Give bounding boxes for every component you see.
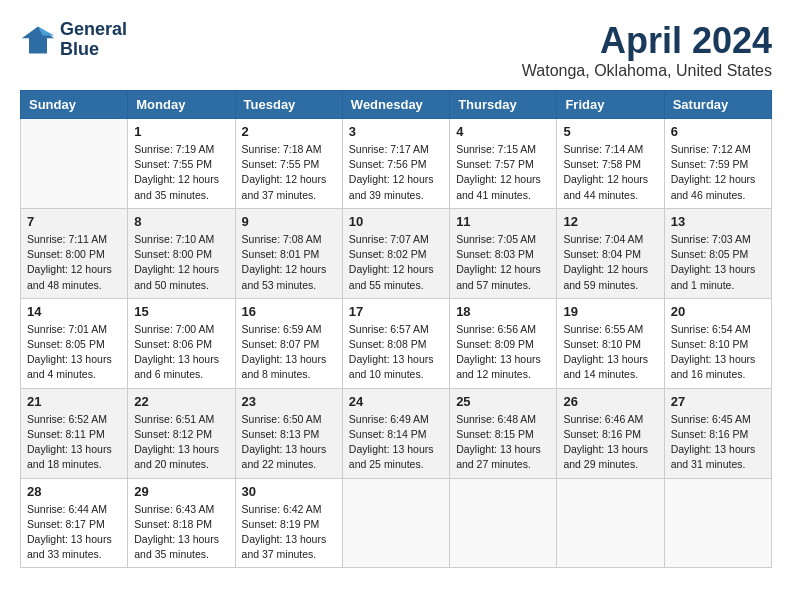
calendar-day-cell: 27Sunrise: 6:45 AM Sunset: 8:16 PM Dayli… — [664, 388, 771, 478]
day-number: 30 — [242, 484, 336, 499]
day-info: Sunrise: 7:18 AM Sunset: 7:55 PM Dayligh… — [242, 142, 336, 203]
calendar-day-cell: 21Sunrise: 6:52 AM Sunset: 8:11 PM Dayli… — [21, 388, 128, 478]
day-number: 21 — [27, 394, 121, 409]
calendar-week-row: 28Sunrise: 6:44 AM Sunset: 8:17 PM Dayli… — [21, 478, 772, 568]
calendar-day-cell — [664, 478, 771, 568]
weekday-header-sunday: Sunday — [21, 91, 128, 119]
calendar-day-cell: 16Sunrise: 6:59 AM Sunset: 8:07 PM Dayli… — [235, 298, 342, 388]
calendar-day-cell: 20Sunrise: 6:54 AM Sunset: 8:10 PM Dayli… — [664, 298, 771, 388]
weekday-header-friday: Friday — [557, 91, 664, 119]
calendar-week-row: 14Sunrise: 7:01 AM Sunset: 8:05 PM Dayli… — [21, 298, 772, 388]
logo: General Blue — [20, 20, 127, 60]
calendar-day-cell: 5Sunrise: 7:14 AM Sunset: 7:58 PM Daylig… — [557, 119, 664, 209]
calendar-day-cell: 3Sunrise: 7:17 AM Sunset: 7:56 PM Daylig… — [342, 119, 449, 209]
day-info: Sunrise: 6:50 AM Sunset: 8:13 PM Dayligh… — [242, 412, 336, 473]
calendar-day-cell: 24Sunrise: 6:49 AM Sunset: 8:14 PM Dayli… — [342, 388, 449, 478]
calendar-day-cell: 10Sunrise: 7:07 AM Sunset: 8:02 PM Dayli… — [342, 208, 449, 298]
logo-line1: General — [60, 20, 127, 40]
day-info: Sunrise: 6:43 AM Sunset: 8:18 PM Dayligh… — [134, 502, 228, 563]
calendar-day-cell: 6Sunrise: 7:12 AM Sunset: 7:59 PM Daylig… — [664, 119, 771, 209]
calendar-day-cell: 1Sunrise: 7:19 AM Sunset: 7:55 PM Daylig… — [128, 119, 235, 209]
day-info: Sunrise: 6:46 AM Sunset: 8:16 PM Dayligh… — [563, 412, 657, 473]
day-info: Sunrise: 7:11 AM Sunset: 8:00 PM Dayligh… — [27, 232, 121, 293]
calendar-day-cell — [557, 478, 664, 568]
day-info: Sunrise: 6:49 AM Sunset: 8:14 PM Dayligh… — [349, 412, 443, 473]
calendar-day-cell: 15Sunrise: 7:00 AM Sunset: 8:06 PM Dayli… — [128, 298, 235, 388]
day-number: 7 — [27, 214, 121, 229]
calendar-day-cell: 26Sunrise: 6:46 AM Sunset: 8:16 PM Dayli… — [557, 388, 664, 478]
calendar-day-cell: 14Sunrise: 7:01 AM Sunset: 8:05 PM Dayli… — [21, 298, 128, 388]
day-number: 29 — [134, 484, 228, 499]
day-number: 9 — [242, 214, 336, 229]
calendar-day-cell: 23Sunrise: 6:50 AM Sunset: 8:13 PM Dayli… — [235, 388, 342, 478]
calendar-day-cell: 4Sunrise: 7:15 AM Sunset: 7:57 PM Daylig… — [450, 119, 557, 209]
calendar-day-cell: 13Sunrise: 7:03 AM Sunset: 8:05 PM Dayli… — [664, 208, 771, 298]
location-text: Watonga, Oklahoma, United States — [522, 62, 772, 80]
day-info: Sunrise: 6:57 AM Sunset: 8:08 PM Dayligh… — [349, 322, 443, 383]
day-info: Sunrise: 6:54 AM Sunset: 8:10 PM Dayligh… — [671, 322, 765, 383]
day-info: Sunrise: 7:04 AM Sunset: 8:04 PM Dayligh… — [563, 232, 657, 293]
calendar-day-cell: 2Sunrise: 7:18 AM Sunset: 7:55 PM Daylig… — [235, 119, 342, 209]
day-number: 24 — [349, 394, 443, 409]
weekday-header-thursday: Thursday — [450, 91, 557, 119]
calendar-day-cell: 30Sunrise: 6:42 AM Sunset: 8:19 PM Dayli… — [235, 478, 342, 568]
day-info: Sunrise: 6:52 AM Sunset: 8:11 PM Dayligh… — [27, 412, 121, 473]
month-title: April 2024 — [522, 20, 772, 62]
day-number: 4 — [456, 124, 550, 139]
day-number: 6 — [671, 124, 765, 139]
day-number: 1 — [134, 124, 228, 139]
day-number: 2 — [242, 124, 336, 139]
day-info: Sunrise: 6:59 AM Sunset: 8:07 PM Dayligh… — [242, 322, 336, 383]
day-info: Sunrise: 7:01 AM Sunset: 8:05 PM Dayligh… — [27, 322, 121, 383]
logo-icon — [20, 22, 56, 58]
page-header: General Blue April 2024 Watonga, Oklahom… — [20, 20, 772, 80]
day-info: Sunrise: 6:55 AM Sunset: 8:10 PM Dayligh… — [563, 322, 657, 383]
calendar-day-cell — [342, 478, 449, 568]
calendar-day-cell: 7Sunrise: 7:11 AM Sunset: 8:00 PM Daylig… — [21, 208, 128, 298]
day-number: 13 — [671, 214, 765, 229]
day-info: Sunrise: 6:56 AM Sunset: 8:09 PM Dayligh… — [456, 322, 550, 383]
calendar-week-row: 21Sunrise: 6:52 AM Sunset: 8:11 PM Dayli… — [21, 388, 772, 478]
day-number: 5 — [563, 124, 657, 139]
day-number: 3 — [349, 124, 443, 139]
day-number: 17 — [349, 304, 443, 319]
calendar-day-cell: 19Sunrise: 6:55 AM Sunset: 8:10 PM Dayli… — [557, 298, 664, 388]
weekday-header-saturday: Saturday — [664, 91, 771, 119]
calendar-day-cell: 18Sunrise: 6:56 AM Sunset: 8:09 PM Dayli… — [450, 298, 557, 388]
day-number: 23 — [242, 394, 336, 409]
svg-marker-0 — [22, 26, 54, 53]
day-info: Sunrise: 7:00 AM Sunset: 8:06 PM Dayligh… — [134, 322, 228, 383]
calendar-day-cell: 22Sunrise: 6:51 AM Sunset: 8:12 PM Dayli… — [128, 388, 235, 478]
calendar-day-cell: 12Sunrise: 7:04 AM Sunset: 8:04 PM Dayli… — [557, 208, 664, 298]
day-info: Sunrise: 6:44 AM Sunset: 8:17 PM Dayligh… — [27, 502, 121, 563]
day-info: Sunrise: 7:08 AM Sunset: 8:01 PM Dayligh… — [242, 232, 336, 293]
day-info: Sunrise: 7:14 AM Sunset: 7:58 PM Dayligh… — [563, 142, 657, 203]
day-info: Sunrise: 6:42 AM Sunset: 8:19 PM Dayligh… — [242, 502, 336, 563]
day-info: Sunrise: 7:07 AM Sunset: 8:02 PM Dayligh… — [349, 232, 443, 293]
day-number: 8 — [134, 214, 228, 229]
day-info: Sunrise: 6:45 AM Sunset: 8:16 PM Dayligh… — [671, 412, 765, 473]
calendar-week-row: 7Sunrise: 7:11 AM Sunset: 8:00 PM Daylig… — [21, 208, 772, 298]
weekday-header-wednesday: Wednesday — [342, 91, 449, 119]
day-number: 18 — [456, 304, 550, 319]
weekday-header-monday: Monday — [128, 91, 235, 119]
day-number: 27 — [671, 394, 765, 409]
calendar-day-cell: 28Sunrise: 6:44 AM Sunset: 8:17 PM Dayli… — [21, 478, 128, 568]
day-number: 10 — [349, 214, 443, 229]
day-number: 19 — [563, 304, 657, 319]
day-number: 15 — [134, 304, 228, 319]
day-info: Sunrise: 7:15 AM Sunset: 7:57 PM Dayligh… — [456, 142, 550, 203]
calendar-day-cell — [21, 119, 128, 209]
day-number: 14 — [27, 304, 121, 319]
logo-text: General Blue — [60, 20, 127, 60]
day-info: Sunrise: 7:19 AM Sunset: 7:55 PM Dayligh… — [134, 142, 228, 203]
day-number: 26 — [563, 394, 657, 409]
weekday-header-row: SundayMondayTuesdayWednesdayThursdayFrid… — [21, 91, 772, 119]
day-info: Sunrise: 6:48 AM Sunset: 8:15 PM Dayligh… — [456, 412, 550, 473]
calendar-day-cell: 17Sunrise: 6:57 AM Sunset: 8:08 PM Dayli… — [342, 298, 449, 388]
calendar-day-cell — [450, 478, 557, 568]
day-info: Sunrise: 7:03 AM Sunset: 8:05 PM Dayligh… — [671, 232, 765, 293]
day-number: 25 — [456, 394, 550, 409]
day-info: Sunrise: 7:17 AM Sunset: 7:56 PM Dayligh… — [349, 142, 443, 203]
weekday-header-tuesday: Tuesday — [235, 91, 342, 119]
